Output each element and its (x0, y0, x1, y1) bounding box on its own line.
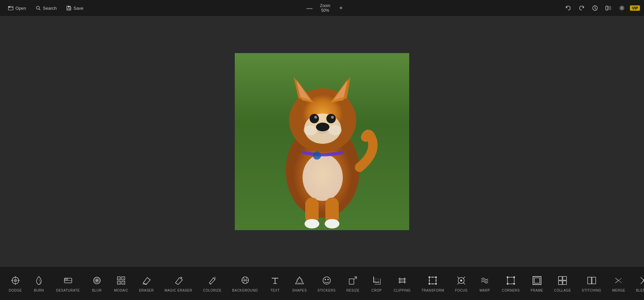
warp-icon (479, 274, 491, 287)
mosaic-label: MOSAIC (114, 289, 128, 292)
tool-burn[interactable]: BURN (27, 272, 51, 295)
tool-colorize[interactable]: COLORIZE (198, 272, 227, 295)
svg-point-33 (325, 219, 339, 228)
dodge-label: DODGE (9, 289, 22, 292)
burn-label: BURN (34, 289, 44, 292)
tool-blendir[interactable]: BLENDIR (631, 272, 644, 295)
image-container (235, 53, 409, 230)
blur-icon (91, 274, 103, 287)
canvas-image (235, 53, 409, 230)
svg-point-60 (327, 279, 329, 280)
open-button[interactable]: Open (4, 3, 30, 13)
svg-point-29 (303, 154, 343, 201)
shapes-icon (293, 274, 306, 287)
redo-button[interactable] (576, 3, 587, 13)
svg-rect-5 (68, 6, 69, 7)
background-icon (239, 274, 251, 287)
svg-rect-9 (609, 6, 611, 10)
transform-icon (427, 274, 439, 287)
focus-label: FOCUS (455, 289, 468, 292)
svg-rect-85 (563, 281, 567, 285)
settings-button[interactable] (616, 3, 627, 13)
tool-merge[interactable]: MERGE (607, 272, 631, 295)
tool-transform[interactable]: TRANSFORM (416, 272, 449, 295)
desaturate-label: DESATURATE (56, 289, 80, 292)
tool-resize[interactable]: RESIZE (341, 272, 365, 295)
focus-icon (455, 274, 467, 287)
tool-focus[interactable]: FOCUS (449, 272, 473, 295)
svg-rect-62 (375, 279, 378, 282)
dog-svg (235, 53, 409, 230)
settings-icon (619, 5, 625, 11)
tool-shapes[interactable]: SHAPES (287, 272, 312, 295)
tool-mosaic[interactable]: MOSAIC (109, 272, 133, 295)
frame-icon (531, 274, 543, 287)
svg-point-32 (305, 219, 319, 228)
bottom-toolbar: DODGE BURN DESATURATE (0, 266, 644, 300)
stitching-icon (586, 274, 598, 287)
blur-label: BLUR (92, 289, 102, 292)
tool-blur[interactable]: BLUR (85, 272, 109, 295)
canvas-area (0, 16, 644, 266)
svg-point-2 (36, 6, 39, 9)
tool-crop[interactable]: CROP (365, 272, 388, 295)
compare-icon (605, 5, 612, 11)
svg-rect-87 (592, 277, 596, 284)
tool-stickers[interactable]: STICKERS (312, 272, 341, 295)
tool-text[interactable]: TEXT (263, 272, 287, 295)
svg-point-59 (325, 279, 326, 280)
svg-point-70 (432, 283, 433, 285)
zoom-out-button[interactable]: — (305, 3, 314, 13)
svg-rect-52 (143, 284, 147, 285)
svg-rect-81 (534, 278, 540, 283)
tool-warp[interactable]: WARP (473, 272, 496, 295)
tool-collage[interactable]: COLLAGE (549, 272, 577, 295)
svg-rect-86 (588, 277, 591, 284)
warp-label: WARP (479, 289, 490, 292)
svg-point-74 (460, 280, 462, 282)
tool-background[interactable]: BACKGROUND (227, 272, 263, 295)
tool-desaturate[interactable]: DESATURATE (51, 272, 85, 295)
vip-badge[interactable]: VIP (630, 5, 640, 11)
zoom-in-button[interactable]: + (336, 3, 345, 13)
transform-label: TRANSFORM (421, 289, 444, 292)
history-button[interactable] (590, 3, 600, 13)
svg-rect-51 (123, 283, 124, 283)
burn-icon (33, 274, 45, 287)
save-button[interactable]: Save (62, 3, 88, 13)
svg-rect-63 (398, 279, 406, 282)
tool-magic-eraser[interactable]: MAGIC ERASER (159, 272, 198, 295)
undo-button[interactable] (563, 3, 574, 13)
search-button[interactable]: Search (32, 3, 61, 13)
compare-button[interactable] (603, 3, 614, 13)
save-icon (66, 5, 71, 11)
svg-point-76 (507, 276, 508, 278)
svg-point-10 (621, 7, 623, 9)
zoom-percent: 50% (317, 8, 333, 13)
undo-icon (565, 5, 572, 11)
tool-frame[interactable]: FRAME (525, 272, 549, 295)
tool-clipping[interactable]: CLIPPING (388, 272, 416, 295)
tool-eraser[interactable]: ERASER (133, 272, 159, 295)
svg-line-3 (39, 9, 40, 10)
redo-icon (578, 5, 585, 11)
svg-rect-8 (606, 6, 608, 10)
resize-label: RESIZE (346, 289, 360, 292)
stickers-icon (321, 274, 333, 287)
tool-corners[interactable]: CORNERS (496, 272, 525, 295)
svg-point-69 (432, 276, 433, 278)
svg-rect-1 (8, 6, 10, 7)
magic-eraser-icon (172, 274, 184, 287)
tool-stitching[interactable]: STITCHING (577, 272, 607, 295)
svg-rect-49 (123, 278, 124, 279)
svg-rect-48 (119, 278, 119, 279)
crop-icon (371, 274, 383, 287)
tool-dodge[interactable]: DODGE (3, 272, 27, 295)
blendir-icon (638, 274, 644, 287)
resize-icon (347, 274, 359, 287)
text-icon (269, 274, 281, 287)
svg-point-66 (435, 276, 437, 278)
svg-point-23 (326, 114, 336, 123)
colorize-label: COLORIZE (203, 289, 221, 292)
svg-point-22 (310, 114, 319, 123)
